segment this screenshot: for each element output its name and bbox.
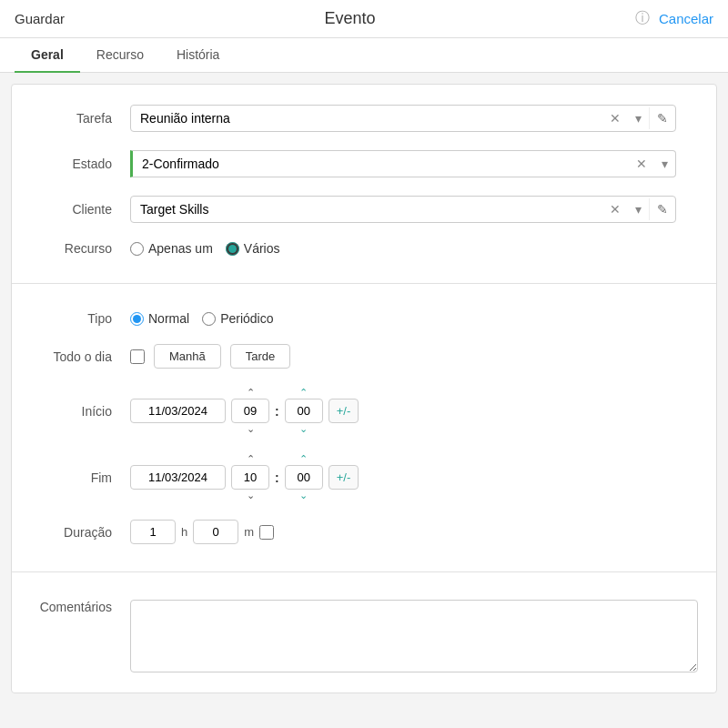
tipo-radio-group: Normal Periódico [130,311,274,326]
estado-input-wrapper: ✕ ▾ [130,150,676,177]
todo-o-dia-label: Todo o dia [30,349,130,364]
fim-minute-col: ⌃ ⌄ [285,453,323,501]
duracao-hours-input[interactable] [130,520,176,544]
recurso-varios-option[interactable]: Vários [226,241,280,256]
inicio-date-input[interactable] [130,399,226,423]
fim-colon: : [275,470,279,485]
tarefa-row: Tarefa ✕ ▾ ✎ [30,96,698,141]
form-area: Tarefa ✕ ▾ ✎ Estado ✕ ▾ [11,84,717,693]
inicio-control: ⌃ ⌄ : ⌃ ⌄ +/- [130,387,698,435]
tarefa-edit-button[interactable]: ✎ [649,107,675,129]
cliente-input[interactable] [131,197,602,222]
inicio-hour-input[interactable] [231,399,269,423]
fim-hour-col: ⌃ ⌄ [231,453,269,501]
tipo-control: Normal Periódico [130,311,698,326]
cliente-label: Cliente [30,202,130,217]
estado-dropdown-button[interactable]: ▾ [654,153,675,175]
tipo-normal-label: Normal [148,311,189,326]
inicio-minute-input[interactable] [285,399,323,423]
inicio-minute-up-button[interactable]: ⌃ [296,387,311,399]
duracao-checkbox[interactable] [259,525,274,540]
fim-minute-up-button[interactable]: ⌃ [296,453,311,465]
cliente-row: Cliente ✕ ▾ ✎ [30,187,698,232]
todo-o-dia-control: Manhã Tarde [130,344,698,369]
recurso-row: Recurso Apenas um Vários [30,232,698,265]
fim-control: ⌃ ⌄ : ⌃ ⌄ +/- [130,453,698,501]
fim-hour-down-button[interactable]: ⌄ [243,490,258,501]
save-button[interactable]: Guardar [15,11,65,26]
duracao-row: Duração h m [30,511,698,553]
tipo-periodico-label: Periódico [220,311,273,326]
section-divider-2 [12,571,716,572]
tipo-normal-option[interactable]: Normal [130,311,189,326]
form-section-main: Tarefa ✕ ▾ ✎ Estado ✕ ▾ [12,85,716,276]
comentarios-label: Comentários [30,600,130,614]
inicio-hour-up-button[interactable]: ⌃ [243,387,258,399]
duracao-minutes-input[interactable] [193,520,238,544]
fim-minute-down-button[interactable]: ⌄ [296,490,311,501]
estado-row: Estado ✕ ▾ [30,141,698,187]
page-title: Evento [324,9,375,28]
fim-label: Fim [30,470,130,485]
help-icon[interactable]: ⓘ [635,9,650,28]
todo-o-dia-checkbox[interactable] [130,349,145,364]
tab-recurso[interactable]: Recurso [80,38,160,73]
fim-hour-up-button[interactable]: ⌃ [243,453,258,465]
tarefa-clear-button[interactable]: ✕ [602,107,628,129]
tarefa-dropdown-button[interactable]: ▾ [628,107,649,129]
inicio-colon: : [275,404,279,419]
tipo-label: Tipo [30,311,130,326]
cliente-edit-button[interactable]: ✎ [649,198,675,220]
duracao-label: Duração [30,525,130,540]
inicio-minute-down-button[interactable]: ⌄ [296,423,311,435]
cliente-clear-button[interactable]: ✕ [602,198,628,220]
recurso-radio-group: Apenas um Vários [130,241,280,256]
fim-hour-input[interactable] [231,465,269,490]
recurso-apenas-um-radio[interactable] [130,242,144,256]
tarefa-input[interactable] [131,106,602,131]
inicio-minute-col: ⌃ ⌄ [285,387,323,435]
recurso-label: Recurso [30,241,130,256]
fim-minute-input[interactable] [285,465,323,490]
duracao-m-label: m [244,525,254,539]
inicio-hour-down-button[interactable]: ⌄ [243,423,258,435]
recurso-control: Apenas um Vários [130,241,698,256]
cliente-dropdown-button[interactable]: ▾ [628,198,649,220]
fim-date-input[interactable] [130,465,226,490]
recurso-varios-label: Vários [244,241,280,256]
cliente-input-wrapper: ✕ ▾ ✎ [130,196,676,223]
recurso-apenas-um-label: Apenas um [148,241,213,256]
estado-input[interactable] [133,151,629,177]
recurso-apenas-um-option[interactable]: Apenas um [130,241,213,256]
inicio-hour-col: ⌃ ⌄ [231,387,269,435]
inicio-plusminus-button[interactable]: +/- [329,399,359,423]
tipo-row: Tipo Normal Periódico [30,302,698,335]
cancel-button[interactable]: Cancelar [659,11,713,26]
duracao-h-label: h [181,525,187,539]
manha-button[interactable]: Manhã [154,344,221,369]
header: Guardar Evento ⓘ Cancelar [0,0,728,38]
allday-group: Manhã Tarde [130,344,290,369]
tab-historia[interactable]: História [160,38,236,73]
tarefa-control: ✕ ▾ ✎ [130,105,698,132]
estado-clear-button[interactable]: ✕ [629,153,654,175]
form-section-timing: Tipo Normal Periódico Todo o dia [12,291,716,564]
inicio-label: Início [30,404,130,419]
recurso-varios-radio[interactable] [226,242,239,256]
tipo-periodico-option[interactable]: Periódico [202,311,273,326]
comentarios-section: Comentários [12,580,716,693]
comentarios-row: Comentários [30,591,698,682]
comentarios-textarea[interactable] [130,600,698,672]
tarde-button[interactable]: Tarde [230,344,291,369]
tab-geral[interactable]: Geral [15,38,80,73]
fim-plusminus-button[interactable]: +/- [329,465,359,490]
fim-row: Fim ⌃ ⌄ : ⌃ ⌄ [30,444,698,511]
duracao-control: h m [130,520,698,544]
cliente-control: ✕ ▾ ✎ [130,196,698,223]
todo-o-dia-row: Todo o dia Manhã Tarde [30,335,698,378]
tarefa-input-wrapper: ✕ ▾ ✎ [130,105,676,132]
inicio-row: Início ⌃ ⌄ : ⌃ ⌄ [30,378,698,444]
tipo-normal-radio[interactable] [130,312,144,326]
tipo-periodico-radio[interactable] [202,312,216,326]
section-divider-1 [12,283,716,284]
